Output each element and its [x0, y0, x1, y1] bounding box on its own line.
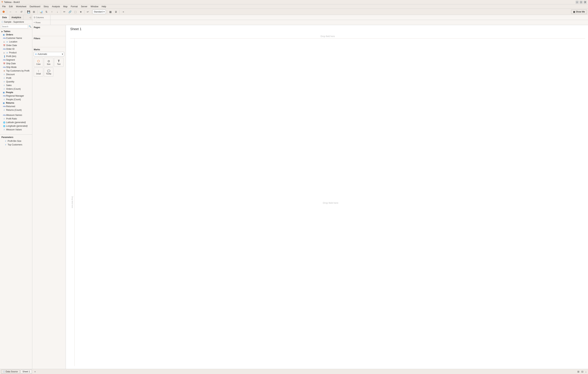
field-returned[interactable]: Abc Returned	[0, 105, 32, 108]
tables-header[interactable]: ▶ Tables	[0, 30, 32, 33]
people-section-header[interactable]: ▦ People	[0, 91, 32, 94]
marks-detail-btn[interactable]: ⋮ Detail	[34, 67, 43, 77]
field-discount[interactable]: # Discount	[0, 73, 32, 76]
menu-window[interactable]: Window	[89, 5, 100, 8]
menu-help[interactable]: Help	[100, 5, 108, 8]
sort-asc-btn[interactable]: ↑	[50, 10, 54, 14]
maximize-button[interactable]: □	[580, 1, 583, 4]
new-datasource-button[interactable]: ⊞	[32, 10, 36, 14]
field-name-label: Discount	[6, 73, 15, 76]
highlight-btn[interactable]: ✏	[62, 10, 67, 14]
menu-file[interactable]: File	[1, 5, 7, 8]
field-measure-names[interactable]: Abc Measure Names	[0, 113, 32, 117]
tableau-logo-btn[interactable]: ⊕	[1, 10, 6, 14]
monitor-btn[interactable]: 🖥	[114, 10, 118, 14]
menu-analysis[interactable]: Analysis	[51, 5, 62, 8]
search-input[interactable]	[1, 25, 28, 28]
pages-content[interactable]	[34, 29, 64, 35]
filters-content[interactable]	[34, 41, 64, 46]
field-sales[interactable]: # Sales	[0, 84, 32, 87]
minimize-button[interactable]: –	[576, 1, 578, 4]
forward-button[interactable]: →	[14, 10, 18, 14]
field-orders-count[interactable]: # Orders (Count)	[0, 87, 32, 91]
back-button[interactable]: ←	[8, 10, 13, 14]
field-quantity[interactable]: # Quantity	[0, 80, 32, 84]
menu-format[interactable]: Format	[69, 5, 79, 8]
toolbar-sep-8	[119, 10, 120, 14]
search-row: 🔍 ▽ ⊞	[0, 24, 32, 29]
orders-section-header[interactable]: ▦ Orders	[0, 33, 32, 36]
field-ship-mode[interactable]: Abc Ship Mode	[0, 65, 32, 69]
field-regional-manager[interactable]: Abc Regional Manager	[0, 94, 32, 98]
rows-shelf-area[interactable]	[51, 20, 588, 25]
menu-edit[interactable]: Edit	[7, 5, 14, 8]
refresh-button[interactable]: ↺	[19, 10, 24, 14]
field-location[interactable]: ▷ ⊕ Location	[0, 40, 32, 43]
field-top-customers[interactable]: ⚙ Top Customers by Profit	[0, 69, 32, 73]
link-btn[interactable]: 🔗	[67, 10, 72, 14]
field-longitude[interactable]: 🌐 Longitude (generated)	[0, 124, 32, 128]
field-measure-values[interactable]: # Measure Values	[0, 128, 32, 131]
field-order-date[interactable]: 📅 Order Date	[0, 43, 32, 47]
field-profit[interactable]: # Profit	[0, 76, 32, 80]
standard-dropdown[interactable]: Standard ▾	[93, 10, 106, 14]
marks-color-btn[interactable]: ⬡ Color	[34, 58, 43, 67]
save-button[interactable]: 💾	[26, 10, 31, 14]
bottom-icon-1[interactable]: ⊞	[577, 370, 580, 374]
canvas[interactable]: Sheet 1 Drop field here Drop field here …	[66, 25, 588, 369]
share-btn[interactable]: ⇢	[121, 10, 126, 14]
sheet1-tab-label: Sheet 1	[22, 370, 30, 373]
device-btn[interactable]: ▦	[108, 10, 113, 14]
search-icon[interactable]: 🔍	[29, 25, 32, 28]
toolbar: ⊕ ← → ↺ 💾 ⊞ 📊 ⇅ ↑ ↓ ✏ 🔗 ⬚ ★ ↩ Standard ▾…	[0, 9, 588, 15]
toolbar-sep-5	[84, 10, 84, 14]
field-returns-count[interactable]: # Returns (Count)	[0, 108, 32, 112]
menu-map[interactable]: Map	[62, 5, 69, 8]
field-segment[interactable]: Abc Segment	[0, 58, 32, 62]
close-button[interactable]: ✕	[584, 1, 587, 4]
show-me-button[interactable]: ▦ Show Me	[571, 10, 587, 14]
marks-dropdown[interactable]: ⊕ Automatic ▾	[34, 52, 64, 56]
right-area: ||| Columns ≡ Rows Pages	[32, 15, 588, 369]
drop-field-left[interactable]: Drop field here	[70, 39, 74, 366]
columns-shelf-area[interactable]	[51, 15, 588, 20]
field-order-id[interactable]: Abc Order ID	[0, 47, 32, 51]
menu-story[interactable]: Story	[42, 5, 50, 8]
field-ship-date[interactable]: 📅 Ship Date	[0, 62, 32, 65]
returns-section-header[interactable]: ▦ Returns	[0, 101, 32, 105]
param-profit-bin-size[interactable]: # Profit Bin Size	[1, 139, 31, 143]
analytics-tab[interactable]: Analytics	[9, 15, 23, 20]
field-latitude[interactable]: 🌐 Latitude (generated)	[0, 120, 32, 124]
field-product[interactable]: ▷ ⊕ Product	[0, 51, 32, 54]
columns-text: Columns	[36, 16, 44, 19]
drop-field-top[interactable]: Drop field here	[70, 34, 585, 39]
swap-btn[interactable]: ⇅	[44, 10, 49, 14]
drop-field-center[interactable]: Drop field here	[76, 40, 585, 366]
field-customer-name[interactable]: Abc Customer Name	[0, 36, 32, 40]
chart-btn[interactable]: 📊	[39, 10, 43, 14]
data-source-tab[interactable]: ⬡ Data Source	[1, 370, 20, 374]
sheet1-tab[interactable]: Sheet 1	[21, 370, 32, 374]
group-btn[interactable]: ⬚	[73, 10, 78, 14]
panel-collapse-button[interactable]: ◁	[28, 16, 32, 19]
marks-text-btn[interactable]: T Text	[54, 58, 63, 67]
param-top-customers[interactable]: # Top Customers	[1, 143, 31, 147]
field-profit-ratio[interactable]: # Profit Ratio	[0, 117, 32, 120]
marks-size-btn[interactable]: ⊙ Size	[44, 58, 53, 67]
menu-worksheet[interactable]: Worksheet	[14, 5, 28, 8]
field-profit-bin[interactable]: ▐ Profit (bin)	[0, 54, 32, 58]
columns-label: ||| Columns	[32, 15, 51, 20]
data-source-row[interactable]: ⬡ Sample - Superstore	[0, 20, 32, 24]
new-sheet-btn[interactable]: +	[33, 369, 37, 374]
marks-tooltip-btn[interactable]: 💬 Tooltip	[44, 67, 53, 77]
bottom-icon-2[interactable]: ⊟	[581, 370, 584, 374]
label-btn[interactable]: ★	[78, 10, 83, 14]
menu-server[interactable]: Server	[80, 5, 89, 8]
sort-desc-btn[interactable]: ↓	[55, 10, 60, 14]
data-tab[interactable]: Data	[0, 15, 9, 20]
menu-dashboard[interactable]: Dashboard	[28, 5, 42, 8]
undo-btn[interactable]: ↩	[85, 10, 90, 14]
field-people-count[interactable]: # People (Count)	[0, 98, 32, 101]
title-bar-controls[interactable]: – □ ✕	[576, 1, 587, 4]
bottom-icon-3[interactable]: ↓	[585, 370, 587, 374]
